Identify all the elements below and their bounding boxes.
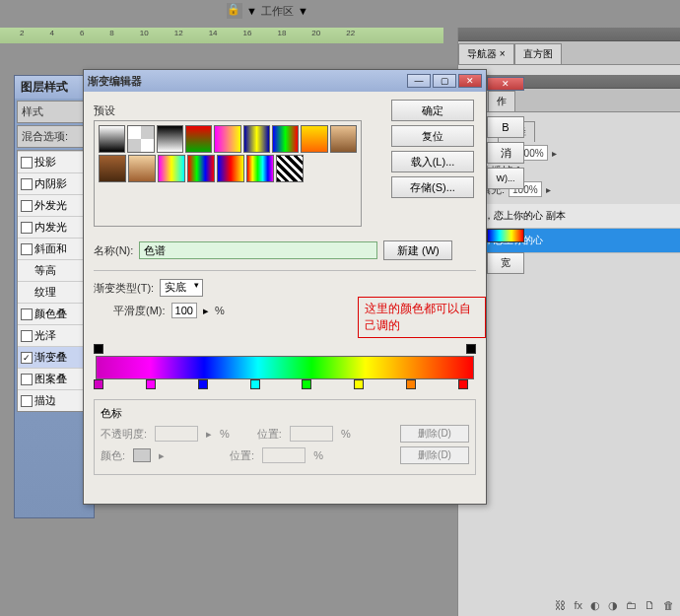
checkbox[interactable]	[21, 178, 33, 190]
opacity-stop[interactable]	[466, 344, 476, 356]
new-button[interactable]: 新建 (W)	[383, 240, 452, 260]
cancel-partial-btn[interactable]: 消	[487, 142, 524, 164]
panel-grip[interactable]	[458, 28, 680, 41]
maximize-button[interactable]: ▢	[433, 74, 456, 88]
dialog-title: 图层样式	[15, 76, 94, 99]
position-input[interactable]	[262, 447, 306, 463]
checkbox[interactable]	[21, 200, 33, 212]
gradient-preview[interactable]	[487, 229, 524, 242]
checkbox[interactable]	[21, 374, 33, 385]
style-item-inner-glow[interactable]: 内发光	[18, 216, 91, 238]
adjust-icon[interactable]: ◑	[608, 599, 618, 612]
color-stop[interactable]	[458, 379, 468, 391]
style-item-color-overlay[interactable]: 颜色叠	[18, 303, 91, 324]
checkbox[interactable]	[21, 330, 33, 342]
checkbox[interactable]	[21, 157, 33, 169]
preset-swatch[interactable]	[187, 155, 215, 182]
preset-swatch[interactable]	[127, 125, 154, 153]
reset-button[interactable]: 复位	[391, 125, 474, 147]
color-stop[interactable]	[198, 379, 208, 391]
chevron-right-icon[interactable]: ▸	[546, 184, 551, 195]
minimize-button[interactable]: —	[407, 74, 431, 88]
preset-swatch[interactable]	[330, 125, 357, 153]
preset-swatch[interactable]	[99, 155, 126, 182]
style-item-shadow[interactable]: 投影	[18, 151, 91, 172]
folder-icon[interactable]: 🗀	[626, 599, 637, 612]
workspace-label[interactable]: 工作区	[261, 4, 294, 19]
save-button[interactable]: 存储(S)...	[391, 176, 474, 198]
checkbox[interactable]	[21, 243, 33, 255]
trash-icon[interactable]: 🗑	[663, 599, 674, 612]
style-item-inner-shadow[interactable]: 内阴影	[18, 172, 91, 194]
preset-swatch[interactable]	[217, 155, 244, 182]
preset-swatch[interactable]	[301, 125, 327, 153]
mask-icon[interactable]: ◐	[590, 599, 600, 612]
load-button[interactable]: 载入(L)...	[391, 151, 474, 172]
close-button[interactable]: ✕	[487, 77, 524, 91]
color-stop[interactable]	[146, 379, 156, 391]
titlebar[interactable]: 渐变编辑器 — ▢ ✕	[84, 70, 486, 92]
checkbox[interactable]	[21, 352, 33, 364]
style-item-texture[interactable]: 纹理	[18, 281, 91, 303]
style-item-pattern-overlay[interactable]: 图案叠	[18, 368, 91, 389]
smooth-input[interactable]: 100	[171, 303, 197, 318]
color-stop[interactable]	[406, 379, 416, 391]
preset-swatch[interactable]	[272, 125, 299, 153]
color-stop[interactable]	[354, 379, 364, 391]
color-stop[interactable]	[302, 379, 311, 391]
layer-panel-icons: ⛓ fx ◐ ◑ 🗀 🗋 🗑	[555, 599, 674, 612]
preset-swatch[interactable]	[276, 155, 304, 182]
preset-swatch[interactable]	[158, 155, 185, 182]
type-select[interactable]: 实底	[160, 279, 203, 297]
opacity-stop-input[interactable]	[155, 426, 198, 442]
chevron-right-icon[interactable]: ▸	[552, 148, 557, 159]
checkbox[interactable]	[21, 222, 33, 234]
preset-swatch[interactable]	[128, 155, 156, 182]
dropdown-arrow[interactable]: ▼	[246, 5, 257, 17]
gradient-bar[interactable]	[96, 356, 474, 379]
delete-button[interactable]: 删除(D)	[400, 425, 469, 443]
checkbox[interactable]	[21, 308, 33, 320]
ruler-mark: 4	[49, 29, 53, 44]
delete-button[interactable]: 删除(D)	[400, 446, 469, 464]
fx-icon[interactable]: fx	[574, 599, 582, 612]
blend-header[interactable]: 混合选项:	[17, 125, 92, 148]
styles-header[interactable]: 样式	[17, 101, 92, 123]
tab-histogram[interactable]: 直方图	[514, 43, 562, 64]
chevron-right-icon[interactable]: ▸	[203, 305, 209, 317]
name-input[interactable]	[139, 241, 377, 259]
preset-swatch[interactable]	[185, 125, 212, 153]
new-icon[interactable]: 🗋	[645, 599, 655, 612]
ok-button[interactable]: 确定	[391, 100, 474, 121]
chevron-right-icon: ▸	[206, 428, 212, 441]
style-item-stroke[interactable]: 描边	[18, 389, 91, 411]
opacity-stop[interactable]	[94, 344, 103, 356]
stroke-partial[interactable]: 宽	[487, 252, 524, 274]
link-icon[interactable]: ⛓	[555, 599, 566, 612]
style-item-satin[interactable]: 光泽	[18, 324, 91, 346]
style-item-outer-glow[interactable]: 外发光	[18, 194, 91, 216]
color-swatch[interactable]	[133, 448, 151, 462]
style-item-contour[interactable]: 等高	[18, 259, 91, 281]
preset-swatch[interactable]	[157, 125, 183, 153]
close-button[interactable]: ✕	[458, 74, 482, 88]
dropdown-arrow[interactable]: ▼	[298, 5, 308, 17]
preset-swatch[interactable]	[99, 125, 125, 153]
partial-btn[interactable]: B	[487, 116, 524, 138]
style-item-bevel[interactable]: 斜面和	[18, 238, 91, 259]
preset-swatch[interactable]	[214, 125, 240, 153]
partial-w-btn[interactable]: W)...	[487, 168, 524, 189]
position-input[interactable]	[290, 426, 333, 442]
nav-tabs: 导航器 × 直方图	[458, 41, 680, 65]
type-label: 渐变类型(T):	[94, 281, 154, 296]
tab-navigator[interactable]: 导航器 ×	[458, 43, 514, 64]
color-stop[interactable]	[250, 379, 260, 391]
style-item-gradient-overlay[interactable]: 渐变叠	[18, 346, 91, 368]
style-label: 投影	[34, 155, 56, 170]
opacity-stop-label: 不透明度:	[101, 427, 147, 442]
checkbox[interactable]	[21, 395, 33, 407]
ruler-mark: 20	[311, 29, 320, 44]
preset-swatch[interactable]	[243, 125, 270, 153]
color-stop[interactable]	[94, 379, 103, 391]
preset-swatch[interactable]	[246, 155, 274, 182]
